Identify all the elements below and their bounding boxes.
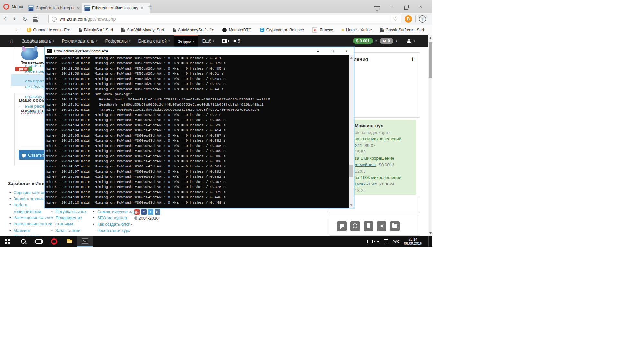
cmd-title-bar[interactable]: C:\Windows\system32\cmd.exe – □ ✕ — [45, 47, 354, 55]
chat-tile-button[interactable] — [337, 221, 347, 231]
taskbar-explorer-button[interactable] — [62, 236, 77, 247]
tab-close-icon[interactable]: × — [141, 6, 143, 11]
globe-tile-button[interactable] — [350, 221, 360, 231]
yandex-icon: Я — [312, 27, 317, 33]
bookmark-heart-icon[interactable]: ♡ — [390, 15, 401, 23]
scroll-down-arrow[interactable] — [350, 204, 353, 206]
console-scrollbar[interactable] — [349, 55, 354, 208]
new-tab-button[interactable]: + — [148, 4, 152, 11]
opera-menu-button[interactable]: Меню — [3, 0, 23, 13]
language-indicator[interactable]: РУС — [393, 240, 400, 243]
nav-reklamodatel[interactable]: Рекламодатель▾ — [58, 35, 101, 47]
bookmark-automoneysurf[interactable]: AutoMoneySurf - fre — [173, 28, 214, 32]
balance-caret-icon[interactable]: ▾ — [375, 39, 377, 43]
pool-link-mining[interactable]: m майнинг — [355, 162, 376, 167]
bookmark-yandex[interactable]: ЯЯндекс — [312, 27, 333, 33]
bookmark-surfwithmoney[interactable]: SurfWithMoney: Surf — [121, 28, 164, 32]
cmd-minimize-button[interactable]: – — [311, 47, 325, 55]
footer-link[interactable]: Семантическое ядро — [93, 209, 141, 215]
forward-button[interactable]: › — [14, 14, 16, 23]
footer-link[interactable]: Размещение ссылок — [9, 214, 55, 221]
nav-forum-active[interactable]: Форум▾ — [174, 35, 198, 47]
network-tray-icon[interactable] — [367, 240, 373, 243]
facebook-icon[interactable]: f — [141, 209, 147, 215]
mail-caret-icon[interactable]: ▾ — [396, 39, 397, 43]
user-caret-icon[interactable]: ▾ — [413, 39, 415, 43]
balance-badge[interactable]: $ 0.001 — [353, 38, 373, 44]
bookmark-gnomeltc[interactable]: ŁGnomeLtc.com - Fre — [27, 28, 70, 32]
download-icon[interactable]: ↓ — [419, 15, 426, 23]
cmd-close-button[interactable]: ✕ — [339, 47, 354, 55]
footer-link[interactable]: Покупка ссылок — [51, 208, 90, 215]
scrollbar-thumb[interactable] — [429, 42, 432, 78]
footer-link[interactable]: Майнинг — [9, 227, 55, 234]
scroll-down-arrow[interactable] — [429, 232, 432, 234]
taskbar-cmd-button[interactable] — [77, 236, 93, 247]
twitter-icon[interactable]: t — [148, 209, 153, 215]
bookmark-bitcoinsurf[interactable]: BitcoinSurf: Surf — [79, 28, 113, 32]
bookmark-cashinsurf[interactable]: CashInSurf.com: Surf — [380, 28, 424, 32]
cmd-window[interactable]: C:\Windows\system32\cmd.exe – □ ✕ miner … — [44, 47, 354, 208]
pool-link-lyra2rev2[interactable]: Lyra2REv2 — [355, 182, 376, 186]
nav-zarabatyvat[interactable]: Зарабатывать▾ — [18, 35, 58, 47]
globe-icon — [52, 17, 57, 22]
browser-tab-bar: Меню Заработок в Интернете | × Ethereum … — [0, 0, 432, 13]
tab-menu-icon[interactable]: ▾ — [374, 5, 380, 12]
back-button[interactable]: ‹ — [4, 14, 6, 23]
vk-icon[interactable]: B — [155, 209, 160, 215]
nav-referaly[interactable]: Рефералы▾ — [101, 35, 134, 47]
nav-esche[interactable]: Ещё▾ — [198, 35, 218, 47]
megaphone-icon[interactable] — [233, 39, 236, 43]
scroll-up-arrow[interactable] — [429, 37, 432, 39]
camera-icon[interactable] — [222, 39, 227, 43]
console-line: miner 20:13:59|main Mining on PoWhash #8… — [46, 71, 270, 76]
scroll-up-arrow[interactable] — [350, 57, 353, 59]
console-line: miner 20:14:05|main Mining on PoWhash #3… — [46, 133, 270, 138]
reload-button[interactable]: ↻ — [23, 15, 27, 24]
cmd-maximize-button[interactable]: □ — [325, 47, 339, 55]
add-bookmark-button[interactable]: + — [15, 27, 18, 33]
footer-link[interactable]: Заказ статей — [51, 227, 90, 234]
speaker-tray-icon[interactable] — [377, 240, 379, 243]
megaphone-tile-button[interactable] — [377, 221, 386, 231]
page-scrollbar[interactable] — [428, 35, 432, 236]
cryptonator-icon: C — [260, 28, 264, 32]
tab-ethereum-mining[interactable]: Ethereum майнинг на вид × — [82, 3, 150, 13]
bitcoin-extension-icon[interactable]: B — [405, 15, 412, 23]
bookmark-cryptonator[interactable]: CCryptonator: Balance — [260, 28, 304, 32]
taskbar-search-button[interactable] — [15, 236, 31, 247]
footer-link[interactable]: Как создать блог - бесплатный курс — [93, 221, 141, 234]
window-close-button[interactable]: × — [419, 4, 422, 9]
notification-count[interactable]: 5 — [238, 38, 240, 43]
folder-tile-button[interactable] — [390, 221, 400, 231]
footer-link[interactable]: SEO менеджер — [93, 215, 141, 221]
footer-link[interactable]: Размещение статей — [9, 221, 55, 227]
console-line: miner 20:14:06|main Mining on PoWhash #3… — [46, 159, 270, 164]
bookmark-monsterbtc[interactable]: MonsterBTC — [222, 28, 251, 32]
bookmark-xmine[interactable]: ×Home - Xmine — [341, 28, 372, 32]
file-tile-button[interactable] — [364, 221, 373, 231]
home-icon[interactable]: ⌂ — [10, 38, 13, 44]
add-ad-button[interactable]: + — [411, 55, 414, 62]
task-view-button[interactable] — [31, 236, 46, 247]
notification-tray-icon[interactable] — [384, 239, 388, 243]
tab-close-icon[interactable]: × — [77, 6, 80, 11]
address-bar[interactable]: wmzona.com /gptr/news.php ♡ — [48, 15, 401, 23]
speed-dial-icon[interactable] — [33, 17, 38, 22]
window-restore-button[interactable] — [404, 5, 408, 11]
window-minimize-button[interactable]: – — [391, 4, 393, 9]
tab-zarabotok[interactable]: Заработок в Интернете | × — [26, 3, 86, 13]
copyright: © 2004-2016 — [134, 216, 158, 221]
show-desktop-button[interactable] — [428, 236, 430, 247]
console-line: miner 20:14:00|main Mining on PoWhash #8… — [46, 76, 270, 81]
googleplus-icon[interactable]: g+ — [134, 209, 140, 215]
start-button[interactable] — [0, 236, 15, 247]
user-icon[interactable] — [407, 39, 411, 43]
nav-birzha-statey[interactable]: Биржа статей▾ — [135, 35, 174, 47]
taskbar-clock[interactable]: 20:14 06.08.2016 — [404, 237, 422, 246]
pool-link-x11[interactable]: X11 — [355, 143, 362, 148]
taskbar-opera-button[interactable] — [46, 236, 62, 247]
footer-link[interactable]: Продвижение статьями — [51, 215, 90, 227]
scrollbar-thumb[interactable] — [349, 165, 353, 177]
mail-badge[interactable]: ✉0 — [380, 38, 393, 44]
